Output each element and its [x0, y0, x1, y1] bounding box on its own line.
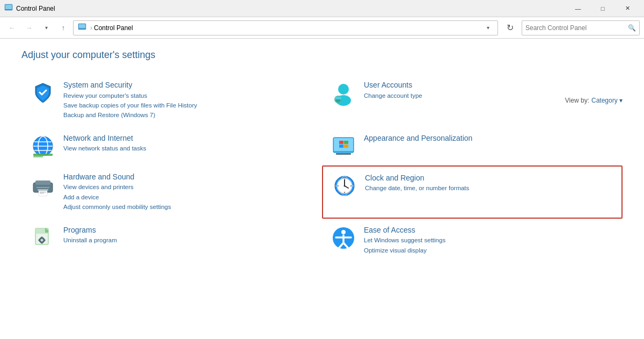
category-ease-access: Ease of Access Let Windows suggest setti…	[322, 219, 623, 262]
hardware-sound-title[interactable]: Hardware and Sound	[63, 172, 171, 183]
svg-rect-27	[38, 189, 48, 191]
ease-access-text: Ease of Access Let Windows suggest setti…	[364, 225, 445, 255]
link-network-status[interactable]: View network status and tasks	[63, 143, 146, 153]
app-icon	[4, 3, 13, 13]
view-by-control: View by: Category ▾	[565, 97, 623, 104]
hardware-sound-icon	[30, 172, 56, 198]
forward-button[interactable]: →	[21, 20, 36, 35]
svg-rect-23	[336, 153, 351, 155]
network-internet-icon	[30, 133, 56, 159]
address-dropdown-button[interactable]: ▾	[482, 20, 493, 35]
svg-rect-48	[39, 239, 40, 241]
clock-region-text: Clock and Region Change date, time, or n…	[365, 173, 469, 193]
dropdown-recent-button[interactable]: ▾	[39, 20, 54, 35]
svg-rect-1	[5, 5, 12, 9]
system-security-icon	[30, 80, 56, 106]
system-security-title[interactable]: System and Security	[63, 80, 197, 91]
refresh-button[interactable]: ↻	[502, 20, 517, 35]
clock-region-title[interactable]: Clock and Region	[365, 173, 469, 184]
svg-rect-20	[344, 141, 348, 144]
system-security-text: System and Security Review your computer…	[63, 80, 197, 120]
programs-title[interactable]: Programs	[63, 225, 117, 236]
categories-grid: System and Security Review your computer…	[21, 74, 623, 262]
user-accounts-icon	[331, 80, 356, 106]
window-controls: — □ ✕	[566, 0, 640, 17]
category-network-internet: Network and Internet View network status…	[21, 127, 322, 165]
user-accounts-title[interactable]: User Accounts	[364, 80, 422, 91]
svg-rect-29	[40, 192, 46, 192]
link-visual-display[interactable]: Optimize visual display	[364, 246, 445, 255]
title-bar: Control Panel — □ ✕	[0, 0, 644, 17]
link-add-device[interactable]: Add a device	[63, 192, 171, 202]
ease-access-icon	[331, 225, 356, 251]
clock-region-icon	[332, 173, 357, 199]
appearance-text: Appearance and Personalization	[364, 133, 472, 144]
link-devices-printers[interactable]: View devices and printers	[63, 182, 171, 192]
link-review-status[interactable]: Review your computer's status	[63, 91, 197, 100]
link-windows-suggest[interactable]: Let Windows suggest settings	[364, 235, 445, 245]
search-container: 🔍	[522, 20, 640, 35]
svg-rect-16	[33, 156, 43, 157]
network-internet-title[interactable]: Network and Internet	[63, 133, 146, 144]
address-path-icon	[78, 23, 86, 33]
svg-rect-47	[41, 242, 43, 243]
address-path-text: Control Panel	[94, 24, 133, 32]
search-button[interactable]: 🔍	[628, 24, 636, 32]
link-uninstall[interactable]: Uninstall a program	[63, 235, 117, 245]
user-accounts-text: User Accounts Change account type	[364, 80, 422, 100]
category-system-security: System and Security Review your computer…	[21, 74, 322, 127]
svg-rect-49	[44, 239, 46, 241]
svg-rect-25	[35, 181, 50, 185]
programs-text: Programs Uninstall a program	[63, 225, 117, 246]
svg-rect-2	[5, 10, 12, 10]
svg-rect-46	[41, 236, 43, 238]
svg-rect-21	[339, 145, 343, 148]
category-programs: Programs Uninstall a program	[21, 219, 322, 262]
main-content: Adjust your computer's settings View by:…	[0, 39, 644, 272]
category-clock-region: Clock and Region Change date, time, or n…	[322, 165, 623, 219]
search-input[interactable]	[525, 24, 628, 32]
address-bar: ← → ▾ ↑ › Control Panel ▾ ↻ 🔍	[0, 17, 644, 39]
svg-rect-9	[335, 97, 341, 99]
ease-access-title[interactable]: Ease of Access	[364, 225, 445, 236]
hardware-sound-text: Hardware and Sound View devices and prin…	[63, 172, 171, 212]
svg-rect-30	[40, 193, 44, 193]
window-title: Control Panel	[16, 5, 566, 12]
svg-rect-19	[339, 141, 343, 144]
appearance-icon	[331, 133, 356, 159]
link-mobility-settings[interactable]: Adjust commonly used mobility settings	[63, 202, 171, 212]
svg-rect-22	[344, 145, 348, 148]
category-hardware-sound: Hardware and Sound View devices and prin…	[21, 165, 322, 219]
link-date-time[interactable]: Change date, time, or number formats	[365, 183, 469, 193]
category-appearance: Appearance and Personalization	[322, 127, 623, 165]
programs-icon	[30, 225, 56, 251]
svg-point-51	[341, 230, 346, 234]
address-input[interactable]: › Control Panel ▾	[73, 20, 498, 35]
svg-point-5	[338, 84, 349, 95]
network-internet-text: Network and Internet View network status…	[63, 133, 146, 154]
view-by-value[interactable]: Category ▾	[591, 97, 623, 104]
up-button[interactable]: ↑	[56, 20, 71, 35]
appearance-title[interactable]: Appearance and Personalization	[364, 133, 472, 144]
svg-rect-26	[36, 187, 49, 188]
maximize-button[interactable]: □	[590, 0, 615, 17]
link-change-account[interactable]: Change account type	[364, 91, 422, 100]
page-title: Adjust your computer's settings	[21, 49, 623, 61]
back-button[interactable]: ←	[4, 20, 19, 35]
link-backup-restore[interactable]: Backup and Restore (Windows 7)	[63, 110, 197, 120]
svg-rect-4	[79, 24, 85, 28]
address-separator: ›	[90, 24, 92, 32]
minimize-button[interactable]: —	[566, 0, 590, 17]
svg-point-45	[41, 239, 43, 241]
link-file-history[interactable]: Save backup copies of your files with Fi…	[63, 100, 197, 110]
view-by-label: View by:	[565, 97, 589, 104]
close-button[interactable]: ✕	[615, 0, 640, 17]
svg-rect-15	[33, 154, 53, 156]
